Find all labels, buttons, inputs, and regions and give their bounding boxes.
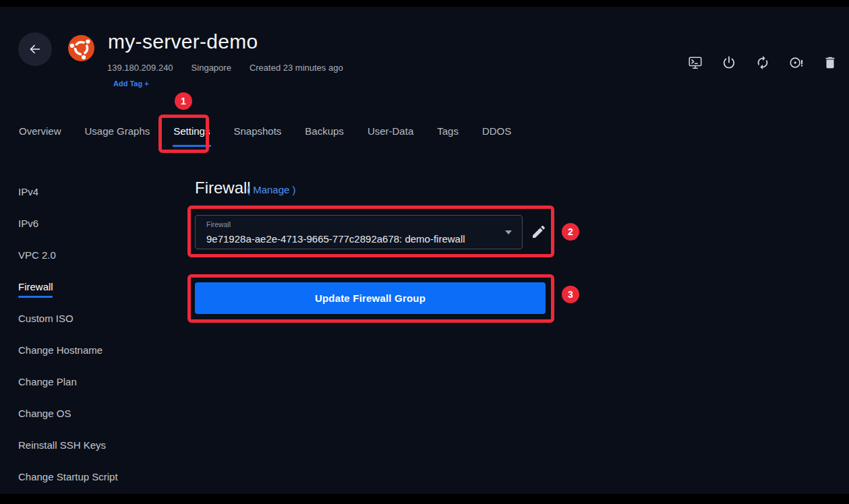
edit-firewall-button[interactable]	[531, 224, 547, 240]
annotation-badge-1: 1	[175, 92, 192, 110]
restart-button[interactable]	[755, 55, 770, 70]
tab-user-data[interactable]: User-Data	[368, 125, 413, 137]
trash-icon	[823, 55, 838, 70]
server-location: Singapore	[192, 63, 231, 73]
add-tag-link[interactable]: Add Tag +	[113, 80, 149, 88]
sidebar-item-ipv6[interactable]: IPv6	[18, 218, 118, 228]
server-action-bar	[688, 55, 838, 70]
sidebar-item-ipv4[interactable]: IPv4	[18, 186, 118, 196]
server-created: Created 23 minutes ago	[250, 63, 343, 73]
server-meta: 139.180.209.240 Singapore Created 23 min…	[107, 63, 343, 73]
tab-usage-graphs[interactable]: Usage Graphs	[85, 125, 150, 137]
settings-sidebar: IPv4 IPv6 VPC 2.0 Firewall Custom ISO Ch…	[18, 186, 118, 503]
sidebar-item-firewall[interactable]: Firewall	[18, 281, 118, 291]
update-firewall-button[interactable]: Update Firewall Group	[195, 282, 546, 314]
tab-backups[interactable]: Backups	[305, 125, 344, 137]
section-title: Firewall	[195, 179, 251, 197]
sidebar-item-firewall-label: Firewall	[18, 281, 53, 292]
tab-ddos[interactable]: DDOS	[482, 125, 511, 137]
top-letterbox	[0, 0, 849, 7]
sidebar-item-change-plan[interactable]: Change Plan	[18, 376, 118, 386]
tab-tags[interactable]: Tags	[437, 125, 459, 137]
active-tab-underline	[173, 145, 211, 147]
console-icon	[688, 55, 703, 70]
console-button[interactable]	[688, 55, 703, 70]
sidebar-item-custom-iso[interactable]: Custom ISO	[18, 313, 118, 323]
iso-button[interactable]	[789, 55, 804, 70]
firewall-select-value: 9e71928a-ae2e-4713-9665-777c2892a678: de…	[206, 233, 465, 245]
chevron-down-icon	[505, 230, 512, 234]
power-button[interactable]	[722, 55, 736, 70]
server-management-page: my-server-demo 139.180.209.240 Singapore…	[0, 0, 849, 504]
tab-snapshots[interactable]: Snapshots	[233, 125, 281, 137]
server-ip: 139.180.209.240	[107, 63, 173, 73]
restart-icon	[755, 55, 770, 70]
power-icon	[722, 55, 736, 70]
tab-settings[interactable]: Settings	[173, 125, 210, 137]
firewall-select[interactable]: Firewall 9e71928a-ae2e-4713-9665-777c289…	[195, 215, 523, 249]
sidebar-item-change-startup-script[interactable]: Change Startup Script	[18, 471, 118, 481]
bottom-letterbox	[0, 494, 849, 504]
pencil-icon	[531, 224, 547, 240]
back-button[interactable]	[18, 32, 52, 66]
tab-overview[interactable]: Overview	[19, 125, 61, 137]
sidebar-item-vpc[interactable]: VPC 2.0	[18, 249, 118, 259]
active-sidebar-underline	[18, 296, 53, 298]
delete-button[interactable]	[823, 55, 838, 70]
tab-bar: Overview Usage Graphs Settings Snapshots…	[19, 125, 511, 137]
sidebar-item-change-hostname[interactable]: Change Hostname	[18, 344, 118, 354]
sidebar-item-reinstall-ssh-keys[interactable]: Reinstall SSH Keys	[18, 439, 118, 449]
annotation-badge-2: 2	[562, 223, 579, 241]
iso-icon	[789, 55, 804, 70]
firewall-select-label: Firewall	[206, 220, 231, 228]
manage-link[interactable]: ( Manage )	[247, 184, 296, 195]
ubuntu-logo-icon	[68, 35, 94, 61]
annotation-badge-3: 3	[562, 286, 579, 303]
arrow-left-icon	[28, 42, 42, 57]
sidebar-item-change-os[interactable]: Change OS	[18, 408, 118, 418]
tab-settings-label: Settings	[173, 125, 210, 137]
server-title: my-server-demo	[108, 30, 258, 53]
